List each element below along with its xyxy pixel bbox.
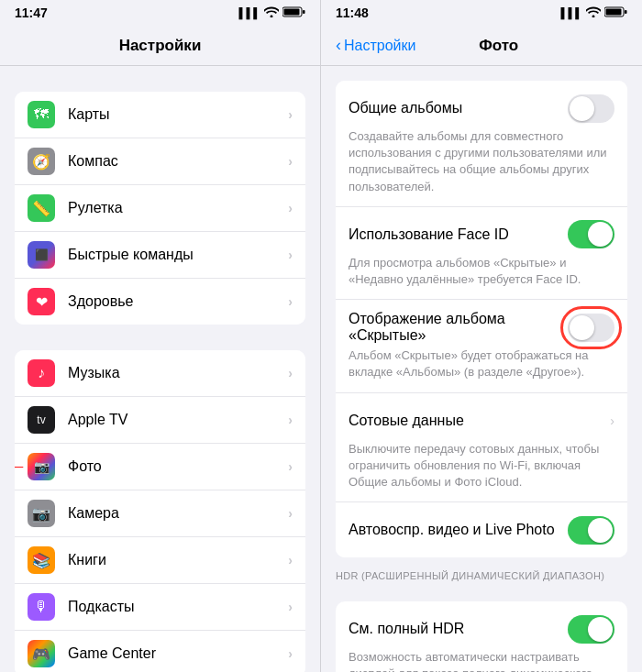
- right-content[interactable]: Общие альбомы Создавайте альбомы для сов…: [321, 66, 642, 672]
- sidebar-item-music[interactable]: ♪ Музыка ›: [15, 350, 305, 397]
- full-hdr-label: См. полный HDR: [349, 621, 568, 637]
- health-label: Здоровье: [68, 293, 288, 310]
- maps-icon: 🗺: [28, 101, 55, 128]
- svg-rect-6: [625, 10, 627, 14]
- maps-label: Карты: [68, 106, 288, 123]
- cellular-chevron-icon: ›: [610, 413, 614, 428]
- back-button[interactable]: ‹ Настройки: [336, 36, 415, 55]
- autovideo-toggle-knob: [588, 518, 613, 543]
- compass-label: Компас: [68, 153, 288, 170]
- sidebar-item-compass[interactable]: 🧭 Компас ›: [15, 138, 305, 185]
- sidebar-item-shortcuts[interactable]: ⬛ Быстрые команды ›: [15, 232, 305, 279]
- hdr-section-label: HDR (РАСШИРЕННЫЙ ДИНАМИЧЕСКИЙ ДИАПАЗОН): [336, 570, 604, 581]
- ruler-icon: 📏: [28, 194, 55, 222]
- chevron-books: ›: [288, 553, 293, 567]
- chevron-shortcuts: ›: [288, 248, 293, 262]
- right-signal-icon: ▌▌▌: [561, 7, 582, 18]
- camera-icon: 📷: [28, 500, 55, 527]
- wifi-icon: [264, 6, 279, 19]
- item-full-hdr: См. полный HDR Возможность автоматически…: [336, 601, 627, 672]
- ruler-label: Рулетка: [68, 200, 288, 216]
- shortcuts-label: Быстрые команды: [68, 247, 288, 263]
- camera-label: Камера: [68, 505, 288, 522]
- cellular-desc: Выключите передачу сотовых данных, чтобы…: [349, 441, 614, 491]
- shortcuts-icon: ⬛: [28, 241, 55, 269]
- shared-albums-label: Общие альбомы: [349, 100, 568, 116]
- gamecenter-icon: 🎮: [28, 640, 55, 667]
- battery-icon: [282, 6, 305, 19]
- right-status-icons: ▌▌▌: [561, 6, 627, 19]
- chevron-photos: ›: [288, 459, 293, 474]
- hdr-section-label-container: HDR (РАСШИРЕННЫЙ ДИНАМИЧЕСКИЙ ДИАПАЗОН): [321, 557, 642, 587]
- left-nav-header: Настройки: [0, 26, 320, 66]
- hidden-album-label: Отображение альбома «Скрытые»: [349, 311, 568, 344]
- sidebar-item-appletv[interactable]: tv Apple TV ›: [15, 397, 305, 444]
- chevron-health: ›: [288, 294, 293, 309]
- full-hdr-desc: Возможность автоматически настраивать ди…: [349, 649, 614, 672]
- appletv-label: Apple TV: [68, 412, 288, 428]
- sidebar-item-camera[interactable]: 📷 Камера ›: [15, 490, 305, 537]
- music-icon: ♪: [28, 359, 55, 387]
- item-face-id: Использование Face ID Для просмотра альб…: [336, 207, 627, 300]
- back-label: Настройки: [344, 38, 415, 54]
- right-time: 11:48: [336, 6, 369, 20]
- item-shared-albums: Общие альбомы Создавайте альбомы для сов…: [336, 81, 627, 207]
- sidebar-item-health[interactable]: ❤ Здоровье ›: [15, 279, 305, 325]
- section-group-1: 🗺 Карты › 🧭 Компас › 📏 Рулетка › ⬛ Быстр…: [15, 92, 305, 325]
- red-arrow-icon: ←: [15, 455, 28, 479]
- hidden-album-toggle-container: [568, 314, 614, 342]
- right-panel: 11:48 ▌▌▌ ‹ Настройки: [321, 0, 642, 672]
- hidden-album-toggle[interactable]: [568, 314, 614, 342]
- chevron-maps: ›: [288, 107, 293, 122]
- left-panel: 11:47 ▌▌▌ Настройки: [0, 0, 321, 672]
- compass-icon: 🧭: [28, 148, 55, 175]
- hidden-album-toggle-knob: [570, 315, 594, 340]
- left-status-bar: 11:47 ▌▌▌: [0, 0, 320, 26]
- sidebar-item-maps[interactable]: 🗺 Карты ›: [15, 92, 305, 138]
- divider-1: [0, 66, 320, 92]
- item-hidden-album: Отображение альбома «Скрытые» Альбом «Ск…: [336, 300, 627, 392]
- face-id-toggle[interactable]: [568, 220, 614, 248]
- item-autovideo: Автовоспр. видео и Live Photo: [336, 502, 627, 557]
- svg-rect-2: [284, 9, 300, 16]
- sidebar-item-gamecenter[interactable]: 🎮 Game Center ›: [15, 631, 305, 672]
- signal-icon: ▌▌▌: [239, 7, 260, 18]
- chevron-camera: ›: [288, 506, 293, 521]
- chevron-music: ›: [288, 366, 293, 380]
- cellular-label: Сотовые данные: [349, 413, 610, 429]
- settings-list[interactable]: 🗺 Карты › 🧭 Компас › 📏 Рулетка › ⬛ Быстр…: [0, 66, 320, 672]
- sidebar-item-ruler[interactable]: 📏 Рулетка ›: [15, 185, 305, 232]
- section-group-2: ♪ Музыка › tv Apple TV › ← 📷 Фото › 📷 Ка…: [15, 350, 305, 672]
- chevron-podcasts: ›: [288, 600, 293, 614]
- sidebar-item-podcasts[interactable]: 🎙 Подкасты ›: [15, 584, 305, 631]
- hidden-album-desc: Альбом «Скрытые» будет отображаться на в…: [349, 347, 614, 380]
- chevron-ruler: ›: [288, 201, 293, 215]
- right-section-hdr: См. полный HDR Возможность автоматически…: [336, 601, 627, 672]
- svg-rect-7: [606, 9, 622, 16]
- sidebar-item-photos[interactable]: ← 📷 Фото ›: [15, 444, 305, 490]
- right-section-main: Общие альбомы Создавайте альбомы для сов…: [336, 81, 627, 557]
- health-icon: ❤: [28, 288, 55, 315]
- sidebar-item-books[interactable]: 📚 Книги ›: [15, 537, 305, 584]
- full-hdr-toggle[interactable]: [568, 615, 614, 644]
- podcasts-label: Подкасты: [68, 599, 288, 615]
- photos-icon: 📷: [28, 453, 55, 480]
- divider-2: [0, 325, 320, 350]
- left-nav-title: Настройки: [119, 37, 202, 55]
- chevron-compass: ›: [288, 154, 293, 169]
- gamecenter-label: Game Center: [68, 645, 288, 662]
- right-battery-icon: [604, 6, 627, 19]
- back-chevron-icon: ‹: [336, 36, 341, 55]
- autovideo-label: Автовоспр. видео и Live Photo: [349, 522, 568, 538]
- shared-albums-desc: Создавайте альбомы для совместного испол…: [349, 128, 614, 195]
- full-hdr-toggle-knob: [588, 617, 613, 642]
- chevron-gamecenter: ›: [288, 646, 293, 661]
- autovideo-toggle[interactable]: [568, 516, 614, 545]
- photos-label: Фото: [68, 458, 288, 475]
- item-cellular[interactable]: Сотовые данные › Выключите передачу сото…: [336, 393, 627, 503]
- shared-albums-toggle[interactable]: [568, 94, 614, 123]
- books-label: Книги: [68, 552, 288, 568]
- face-id-label: Использование Face ID: [349, 226, 568, 243]
- right-nav-header: ‹ Настройки Фото: [321, 26, 642, 66]
- left-status-icons: ▌▌▌: [239, 6, 305, 19]
